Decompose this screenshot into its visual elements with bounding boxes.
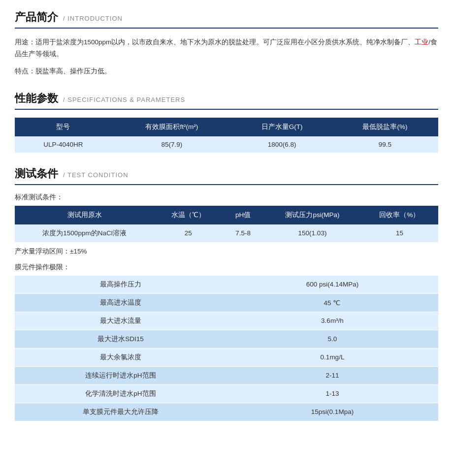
table-row: 最大进水SDI155.0 <box>15 330 438 348</box>
test-divider <box>15 184 438 185</box>
test-table-body: 浓度为1500ppm的NaCl溶液 25 7.5-8 150(1.03) 15 <box>15 224 438 242</box>
table-row: ULP-4040HR 85(7.9) 1800(6.8) 99.5 <box>15 136 438 153</box>
intro-feature: 特点：脱盐率高、操作压力低。 <box>15 65 438 77</box>
limit-name: 最大进水流量 <box>15 312 226 330</box>
specs-col-model: 型号 <box>15 118 112 136</box>
test-col-source: 测试用原水 <box>15 206 154 224</box>
specs-col-rejection: 最低脱盐率(%) <box>332 118 438 136</box>
specs-table-body: ULP-4040HR 85(7.9) 1800(6.8) 99.5 <box>15 136 438 153</box>
intro-usage: 用途：适用于盐浓度为1500ppm以内，以市政自来水、地下水为原水的脱盐处理。可… <box>15 36 438 61</box>
limit-name: 单支膜元件最大允许压降 <box>15 403 226 421</box>
limit-name: 最高操作压力 <box>15 276 226 294</box>
limits-label: 膜元件操作极限： <box>15 263 438 272</box>
cell-area: 85(7.9) <box>112 136 232 153</box>
specs-header-row: 型号 有效膜面积ft²(m²) 日产水量G(T) 最低脱盐率(%) <box>15 118 438 136</box>
test-title-zh: 测试条件 <box>15 166 58 181</box>
fluctuation-label: 产水量浮动区间：±15% <box>15 247 438 256</box>
intro-title: 产品简介 / INTRODUCTION <box>15 10 438 25</box>
limit-name: 连续运行时进水pH范围 <box>15 366 226 384</box>
limit-name: 最大余氯浓度 <box>15 348 226 366</box>
test-table-header: 测试用原水 水温（℃） pH值 测试压力psi(MPa) 回收率（%） <box>15 206 438 224</box>
specs-col-area: 有效膜面积ft²(m²) <box>112 118 232 136</box>
limit-value: 5.0 <box>226 330 438 348</box>
limit-name: 最大进水SDI15 <box>15 330 226 348</box>
limit-value: 0.1mg/L <box>226 348 438 366</box>
specs-divider <box>15 109 438 110</box>
specs-table-header: 型号 有效膜面积ft²(m²) 日产水量G(T) 最低脱盐率(%) <box>15 118 438 136</box>
table-row: 最高进水温度45 ℃ <box>15 293 438 312</box>
table-row: 最高操作压力600 psi(4.14MPa) <box>15 276 438 294</box>
limit-value: 3.6m³/h <box>226 312 438 330</box>
table-row: 化学清洗时进水pH范围1-13 <box>15 384 438 403</box>
test-col-recovery: 回收率（%） <box>361 206 438 224</box>
table-row: 浓度为1500ppm的NaCl溶液 25 7.5-8 150(1.03) 15 <box>15 224 438 242</box>
usage-label: 用途： <box>15 38 35 46</box>
feature-label: 特点： <box>15 67 35 75</box>
test-title: 测试条件 / TEST CONDITION <box>15 166 438 181</box>
cell-model: ULP-4040HR <box>15 136 112 153</box>
limit-value: 600 psi(4.14MPa) <box>226 276 438 294</box>
table-row: 最大余氯浓度0.1mg/L <box>15 348 438 366</box>
intro-divider <box>15 28 438 29</box>
limits-table-body: 最高操作压力600 psi(4.14MPa)最高进水温度45 ℃最大进水流量3.… <box>15 276 438 421</box>
specs-title-zh: 性能参数 <box>15 91 58 106</box>
limit-value: 2-11 <box>226 366 438 384</box>
feature-text: 脱盐率高、操作压力低。 <box>35 67 111 75</box>
cell-output: 1800(6.8) <box>232 136 332 153</box>
test-table: 测试用原水 水温（℃） pH值 测试压力psi(MPa) 回收率（%） 浓度为1… <box>15 206 438 242</box>
cell-recovery: 15 <box>361 224 438 242</box>
specs-col-output: 日产水量G(T) <box>232 118 332 136</box>
test-col-temp: 水温（℃） <box>154 206 222 224</box>
limit-name: 最高进水温度 <box>15 293 226 312</box>
standard-label: 标准测试条件： <box>15 193 438 202</box>
usage-text: 适用于盐浓度为1500ppm以内，以市政自来水、地下水为原水的脱盐处理。可广泛应… <box>35 38 415 46</box>
specs-table: 型号 有效膜面积ft²(m²) 日产水量G(T) 最低脱盐率(%) ULP-40… <box>15 118 438 153</box>
table-row: 单支膜元件最大允许压降15psi(0.1Mpa) <box>15 403 438 421</box>
cell-source: 浓度为1500ppm的NaCl溶液 <box>15 224 154 242</box>
specs-section: 性能参数 / SPECIFICATIONS & PARAMETERS 型号 有效… <box>15 91 438 153</box>
cell-rejection: 99.5 <box>332 136 438 153</box>
test-col-pressure: 测试压力psi(MPa) <box>264 206 361 224</box>
limit-name: 化学清洗时进水pH范围 <box>15 384 226 403</box>
limit-value: 45 ℃ <box>226 293 438 312</box>
test-col-ph: pH值 <box>222 206 264 224</box>
intro-title-zh: 产品简介 <box>15 10 58 25</box>
specs-title-en: / SPECIFICATIONS & PARAMETERS <box>63 96 185 103</box>
cell-pressure: 150(1.03) <box>264 224 361 242</box>
cell-ph: 7.5-8 <box>222 224 264 242</box>
test-title-en: / TEST CONDITION <box>63 171 129 179</box>
usage-link: 工业 <box>415 38 428 46</box>
limit-value: 1-13 <box>226 384 438 403</box>
specs-title: 性能参数 / SPECIFICATIONS & PARAMETERS <box>15 91 438 106</box>
limit-value: 15psi(0.1Mpa) <box>226 403 438 421</box>
intro-title-en: / INTRODUCTION <box>63 15 123 22</box>
intro-section: 产品简介 / INTRODUCTION 用途：适用于盐浓度为1500ppm以内，… <box>15 10 438 77</box>
table-row: 最大进水流量3.6m³/h <box>15 312 438 330</box>
limits-table: 最高操作压力600 psi(4.14MPa)最高进水温度45 ℃最大进水流量3.… <box>15 276 438 421</box>
test-header-row: 测试用原水 水温（℃） pH值 测试压力psi(MPa) 回收率（%） <box>15 206 438 224</box>
test-section: 测试条件 / TEST CONDITION 标准测试条件： 测试用原水 水温（℃… <box>15 166 438 421</box>
table-row: 连续运行时进水pH范围2-11 <box>15 366 438 384</box>
cell-temp: 25 <box>154 224 222 242</box>
